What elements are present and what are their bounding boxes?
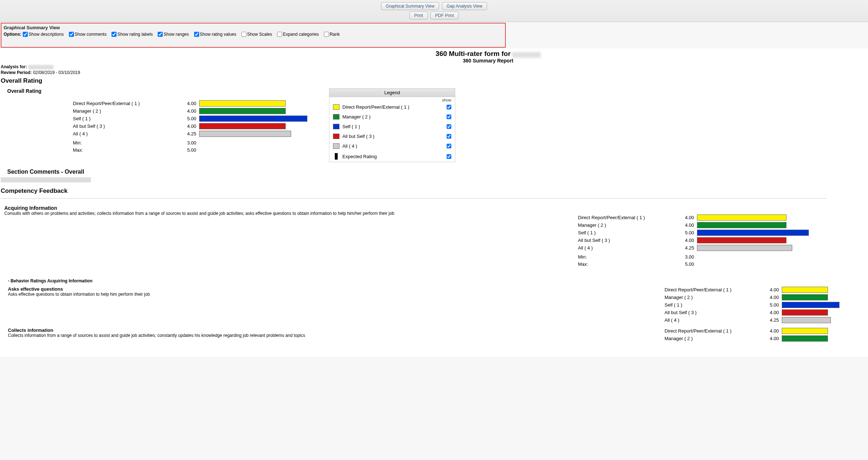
bar-track	[782, 335, 839, 342]
legend-title: Legend	[329, 88, 455, 97]
rating-category-label: All but Self ( 3 )	[665, 310, 764, 315]
bar-track	[199, 108, 307, 114]
legend-toggle-checkbox[interactable]	[447, 105, 451, 109]
section-comments-placeholder	[1, 177, 91, 182]
bar-track	[697, 237, 809, 243]
legend-row: Manager ( 2 )	[329, 112, 455, 122]
print-button[interactable]: Print	[409, 12, 428, 19]
rating-value: 4.00	[177, 101, 199, 106]
competency-feedback-heading: Competency Feedback	[1, 187, 867, 195]
show-rating-values-label: Show rating values	[200, 32, 236, 37]
rank-checkbox[interactable]	[324, 32, 329, 37]
legend-row: All ( 4 )	[329, 141, 455, 151]
rating-category-label: Self ( 1 )	[578, 230, 679, 235]
legend-row: All but Self ( 3 )	[329, 131, 455, 141]
legend-item-label: Expected Rating	[342, 154, 444, 159]
legend-item-label: All but Self ( 3 )	[342, 134, 444, 139]
rating-category-label: Self ( 1 )	[73, 116, 177, 121]
bar-track	[199, 123, 307, 129]
rating-value: 4.00	[679, 222, 697, 228]
legend-row: Expected Rating	[329, 151, 455, 162]
legend-toggle-checkbox[interactable]	[447, 144, 451, 148]
graphical-summary-view-button[interactable]: Graphical Summary View	[381, 2, 439, 10]
rating-value: 4.00	[764, 328, 782, 334]
legend-item-label: Self ( 1 )	[342, 124, 444, 129]
rating-value: 4.00	[679, 215, 697, 220]
review-period-value: 02/08/2019 - 03/10/2019	[33, 70, 80, 75]
rating-row: Direct Report/Peer/External ( 1 )4.00	[578, 214, 867, 221]
bar-fill	[782, 302, 839, 308]
max-label: Max:	[578, 261, 679, 267]
legend-toggle-checkbox[interactable]	[447, 114, 451, 119]
legend-toggle-checkbox[interactable]	[447, 154, 451, 159]
pdf-print-button[interactable]: PDF Print	[430, 12, 459, 19]
rating-value: 4.00	[764, 336, 782, 341]
legend-swatch-yellow	[333, 104, 339, 110]
legend-toggle-checkbox[interactable]	[447, 124, 451, 129]
rating-category-label: All ( 4 )	[578, 245, 679, 251]
bar-fill	[782, 328, 828, 334]
rating-row: Manager ( 2 )4.00	[73, 107, 307, 115]
rating-row: All ( 4 )4.25	[665, 316, 867, 324]
legend-item-label: Direct Report/Peer/External ( 1 )	[342, 104, 444, 110]
rating-category-label: Manager ( 2 )	[665, 295, 764, 300]
rating-value: 4.00	[764, 310, 782, 315]
rating-value: 4.25	[177, 131, 199, 136]
legend-swatch-black	[335, 153, 338, 160]
legend-swatch-grey	[333, 143, 339, 149]
rating-value: 5.00	[679, 230, 697, 235]
legend-row: Self ( 1 )	[329, 122, 455, 131]
show-comments-checkbox[interactable]	[69, 32, 74, 37]
min-value: 3.00	[679, 254, 697, 260]
legend-swatch-blue	[333, 124, 339, 129]
show-descriptions-checkbox[interactable]	[23, 32, 28, 37]
legend-item-label: Manager ( 2 )	[342, 114, 444, 120]
bar-track	[782, 287, 839, 293]
show-ranges-checkbox[interactable]	[158, 32, 163, 37]
overall-rating-group-title: Overall Rating	[7, 88, 307, 94]
bar-fill	[697, 245, 792, 251]
analysis-for-label: Analysis for:	[1, 64, 27, 69]
page-title: 360 Multi-rater form for	[435, 50, 510, 57]
show-ranges-label: Show ranges	[163, 32, 189, 37]
rating-category-label: All but Self ( 3 )	[73, 123, 177, 129]
options-label: Options:	[4, 32, 21, 37]
rating-row: Manager ( 2 )4.00	[665, 335, 867, 342]
rating-value: 4.00	[764, 295, 782, 300]
rating-category-label: Direct Report/Peer/External ( 1 )	[665, 287, 764, 292]
rating-category-label: Direct Report/Peer/External ( 1 )	[578, 215, 679, 220]
expand-categories-label: Expand categories	[283, 32, 319, 37]
overall-rating-heading: Overall Rating	[1, 77, 867, 84]
show-rating-labels-checkbox[interactable]	[111, 32, 117, 37]
rating-value: 4.00	[764, 287, 782, 292]
gap-analysis-view-button[interactable]: Gap Analysis View	[442, 2, 487, 10]
max-value: 5.00	[177, 147, 199, 153]
expand-categories-checkbox[interactable]	[277, 32, 282, 37]
bar-fill	[697, 230, 809, 236]
subject-name-redacted	[512, 52, 541, 58]
bar-fill	[199, 131, 291, 137]
rating-category-label: Manager ( 2 )	[73, 108, 177, 114]
rating-category-label: Manager ( 2 )	[665, 336, 764, 341]
rating-category-label: All ( 4 )	[73, 131, 177, 136]
max-value: 5.00	[679, 261, 697, 267]
asks-effective-questions-chart: Direct Report/Peer/External ( 1 )4.00Man…	[665, 286, 867, 324]
bar-fill	[782, 287, 828, 293]
min-label: Min:	[578, 254, 679, 260]
legend-swatch-red	[333, 134, 339, 139]
rating-value: 5.00	[764, 302, 782, 308]
rating-category-label: Direct Report/Peer/External ( 1 )	[73, 101, 177, 106]
rating-value: 4.00	[679, 238, 697, 243]
show-scales-checkbox[interactable]	[241, 32, 246, 37]
bar-track	[697, 214, 809, 221]
behavior-ratings-header: - Behavior Ratings Acquiring Information	[8, 278, 867, 283]
bar-track	[697, 245, 809, 251]
rating-value: 5.00	[177, 116, 199, 121]
legend-toggle-checkbox[interactable]	[447, 134, 451, 139]
bar-track	[697, 222, 809, 228]
rating-row: All but Self ( 3 )4.00	[73, 122, 307, 130]
bar-track	[782, 294, 839, 300]
competency-title-acquiring-information: Acquiring Information	[4, 205, 867, 211]
rating-row: Self ( 1 )5.00	[578, 229, 867, 236]
show-rating-values-checkbox[interactable]	[194, 32, 199, 37]
